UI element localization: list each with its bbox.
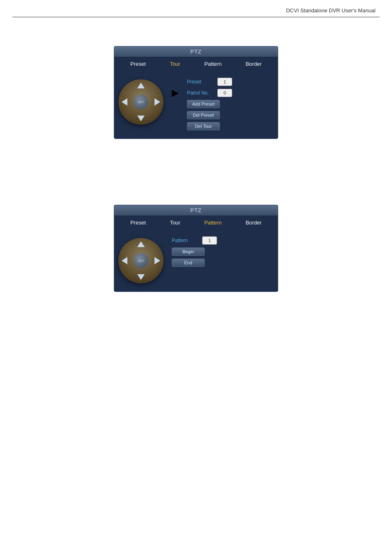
dpad-arrow-left-2[interactable] — [122, 257, 127, 264]
end-button[interactable]: End — [172, 259, 205, 267]
dpad-outer-2: SET — [118, 238, 164, 283]
page-title: DCVI Standalone DVR User's Manual — [286, 7, 376, 14]
dpad-1: SET — [118, 79, 164, 125]
tab-preset-2[interactable]: Preset — [127, 219, 149, 227]
end-row: End — [172, 259, 274, 267]
ptz-body-1: SET ▶ Preset Patrol No. Add Preset — [114, 69, 278, 139]
tab-border-2[interactable]: Border — [242, 219, 265, 227]
dpad-arrow-up-2[interactable] — [137, 241, 145, 247]
ptz-panel-2: PTZ Preset Tour Pattern Border SET — [114, 205, 278, 292]
dpad-2: SET — [118, 238, 164, 283]
del-tour-button[interactable]: Del Tour — [187, 122, 220, 130]
ptz-controls-2: Pattern Begin End — [168, 234, 274, 267]
del-preset-button[interactable]: Del Preset — [187, 111, 220, 119]
dpad-arrow-right-2[interactable] — [154, 257, 160, 264]
ptz-tabs-2: Preset Tour Pattern Border — [114, 215, 278, 228]
patrol-row-1: Patrol No. — [187, 89, 274, 97]
dpad-center-1[interactable]: SET — [134, 95, 148, 109]
dpad-outer-1: SET — [118, 79, 164, 125]
ptz-panel-1: PTZ Preset Tour Pattern Border SET ▶ — [114, 46, 278, 139]
tab-pattern-1[interactable]: Pattern — [201, 60, 225, 68]
preset-input-1[interactable] — [217, 78, 232, 86]
cursor-icon-1: ▶ — [172, 88, 179, 98]
tab-border-1[interactable]: Border — [242, 60, 265, 68]
ptz-body-2: SET Pattern Begin End — [114, 228, 278, 291]
del-tour-row: Del Tour — [187, 122, 274, 130]
dpad-center-2[interactable]: SET — [134, 253, 148, 268]
preset-label-1: Preset — [187, 79, 215, 85]
main-content: PTZ Preset Tour Pattern Border SET ▶ — [0, 17, 392, 321]
add-preset-row: Add Preset — [187, 100, 274, 108]
patrol-label-1: Patrol No. — [187, 90, 215, 96]
add-preset-button[interactable]: Add Preset — [187, 100, 220, 108]
tab-pattern-2[interactable]: Pattern — [201, 219, 225, 227]
tab-preset-1[interactable]: Preset — [127, 60, 149, 68]
del-preset-row: Del Preset — [187, 111, 274, 119]
begin-button[interactable]: Begin — [172, 247, 205, 256]
dpad-arrow-left-1[interactable] — [122, 98, 127, 106]
dpad-arrow-right-1[interactable] — [154, 98, 160, 106]
dpad-arrow-down-1[interactable] — [137, 116, 145, 121]
dpad-arrow-down-2[interactable] — [137, 274, 145, 280]
pattern-row-2: Pattern — [172, 236, 274, 245]
ptz-title-2: PTZ — [114, 205, 278, 215]
pattern-label-2: Pattern — [172, 238, 200, 243]
dpad-arrow-up-1[interactable] — [137, 83, 145, 88]
tab-tour-1[interactable]: Tour — [166, 60, 183, 68]
begin-row: Begin — [172, 247, 274, 256]
ptz-tabs-1: Preset Tour Pattern Border — [114, 57, 278, 69]
page-header: DCVI Standalone DVR User's Manual — [0, 0, 392, 17]
ptz-controls-1: Preset Patrol No. Add Preset Del Preset … — [183, 75, 274, 130]
patrol-input-1[interactable] — [217, 89, 232, 97]
preset-row-1: Preset — [187, 78, 274, 86]
pattern-input-2[interactable] — [202, 236, 217, 245]
tab-tour-2[interactable]: Tour — [166, 219, 183, 227]
ptz-title-1: PTZ — [114, 46, 278, 57]
